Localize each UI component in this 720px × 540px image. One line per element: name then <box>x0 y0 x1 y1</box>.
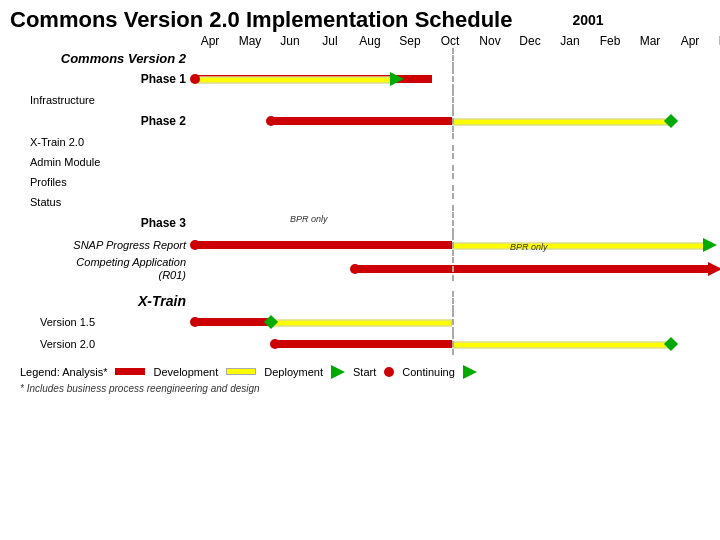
vline6 <box>452 153 454 171</box>
vline9 <box>452 212 454 234</box>
label-snap: SNAP Progress Report <box>10 239 190 251</box>
label-competing: Competing Application(R01) <box>10 256 190 282</box>
vline2 <box>452 68 454 90</box>
row-admin: Admin Module <box>10 152 710 172</box>
row-status: Status <box>10 192 710 212</box>
row-infra: Infrastructure <box>10 90 710 110</box>
label-v15: Version 1.5 <box>10 316 190 328</box>
bars-v15 <box>190 311 710 333</box>
label-infra: Infrastructure <box>10 94 190 106</box>
legend-green-arrow <box>331 365 345 379</box>
vline3 <box>452 90 454 110</box>
row-profiles: Profiles <box>10 172 710 192</box>
row-v15: Version 1.5 <box>10 311 710 333</box>
dot-v20-start <box>270 339 280 349</box>
bar-competing-red <box>354 265 712 273</box>
dot-competing-start <box>350 264 360 274</box>
bars-v20 <box>190 333 710 355</box>
bar-phase2-red <box>270 117 452 125</box>
bar-snap-yellow <box>452 243 707 250</box>
row-phase1: Phase 1 <box>10 68 710 90</box>
legend-continuing-label: Continuing <box>402 366 455 378</box>
bar-v15-red <box>194 318 270 326</box>
row-spacer <box>10 283 710 291</box>
main-title: Commons Version 2.0 Implementation Sched… <box>10 8 512 32</box>
bars-phase1 <box>190 68 710 90</box>
row-xtrain-header: X-Train <box>10 291 710 311</box>
footnote: * Includes business process reengineerin… <box>10 383 710 394</box>
row-phase2: Phase 2 <box>10 110 710 132</box>
month-nov1: Nov <box>470 34 510 48</box>
bars-competing <box>190 257 710 281</box>
bars-xtrain20 <box>190 133 710 151</box>
bars-xtrain-header <box>190 291 710 311</box>
diamond-v20 <box>664 336 678 350</box>
bars-admin <box>190 153 710 171</box>
month-jan2: Jan <box>550 34 590 48</box>
legend-red-bar <box>115 368 145 375</box>
label-admin: Admin Module <box>10 156 190 168</box>
label-v20: Version 2.0 <box>10 338 190 350</box>
diamond-phase2 <box>664 114 678 128</box>
arrow-phase1-green <box>390 72 404 86</box>
bar-phase1-yellow <box>194 77 394 84</box>
legend: Legend: Analysis* Development Deployment… <box>10 365 710 379</box>
bars-status <box>190 193 710 211</box>
bar-v15-yellow <box>270 319 452 326</box>
month-dec1: Dec <box>510 34 550 48</box>
legend-deployment-label: Deployment <box>264 366 323 378</box>
legend-red-dot <box>384 367 394 377</box>
month-jun1: Jun <box>270 34 310 48</box>
legend-analysis-label: Legend: Analysis* <box>20 366 107 378</box>
month-mar2: Mar <box>630 34 670 48</box>
row-v20: Version 2.0 <box>10 333 710 355</box>
bar-v20-red <box>274 340 452 348</box>
month-apr2: Apr <box>670 34 710 48</box>
arrow-competing-red <box>708 262 720 276</box>
bars-snap: BPR only <box>190 234 710 256</box>
arrow-snap-green <box>703 238 717 252</box>
month-oct1: Oct <box>430 34 470 48</box>
month-may1: May <box>230 34 270 48</box>
vline7 <box>452 173 454 191</box>
bars-phase2 <box>190 110 710 132</box>
month-apr1: Apr <box>190 34 230 48</box>
vline8 <box>452 193 454 211</box>
row-competing: Competing Application(R01) <box>10 256 710 282</box>
label-xtrain: X-Train <box>10 293 190 309</box>
row-xtrain20: X-Train 2.0 <box>10 132 710 152</box>
row-commons-v2: Commons Version 2 <box>10 48 710 68</box>
page: Commons Version 2.0 Implementation Sched… <box>0 0 720 540</box>
gantt-wrapper: Commons Version 2 Phase 1 <box>10 48 710 354</box>
year-2001: 2001 <box>572 12 603 28</box>
month-header: Apr May Jun Jul Aug Sep Oct Nov Dec Jan … <box>190 34 710 48</box>
vline4 <box>452 110 454 132</box>
label-status: Status <box>10 196 190 208</box>
vline13 <box>452 291 454 311</box>
title-area: Commons Version 2.0 Implementation Sched… <box>10 8 710 32</box>
legend-yellow-bar <box>226 368 256 375</box>
label-phase1: Phase 1 <box>10 72 190 86</box>
dot-snap-start <box>190 240 200 250</box>
row-phase3: Phase 3 BPR only <box>10 212 710 234</box>
row-snap: SNAP Progress Report BPR only <box>10 234 710 256</box>
month-aug1: Aug <box>350 34 390 48</box>
vline10 <box>452 234 454 256</box>
bars-profiles <box>190 173 710 191</box>
legend-green-arrow2 <box>463 365 477 379</box>
vline14 <box>452 311 454 333</box>
label-commons-v2: Commons Version 2 <box>10 51 190 66</box>
dot-phase2-start <box>266 116 276 126</box>
dot-phase1-start <box>190 74 200 84</box>
bars-phase3: BPR only <box>190 212 710 234</box>
bpr-label-phase3: BPR only <box>290 214 328 224</box>
bpr-label-snap: BPR only <box>510 242 548 252</box>
month-jul1: Jul <box>310 34 350 48</box>
label-phase3: Phase 3 <box>10 216 190 230</box>
label-phase2: Phase 2 <box>10 114 190 128</box>
bars-infra <box>190 90 710 110</box>
vline <box>452 48 454 68</box>
vline11 <box>452 257 454 281</box>
month-may2: May <box>710 34 720 48</box>
label-profiles: Profiles <box>10 176 190 188</box>
